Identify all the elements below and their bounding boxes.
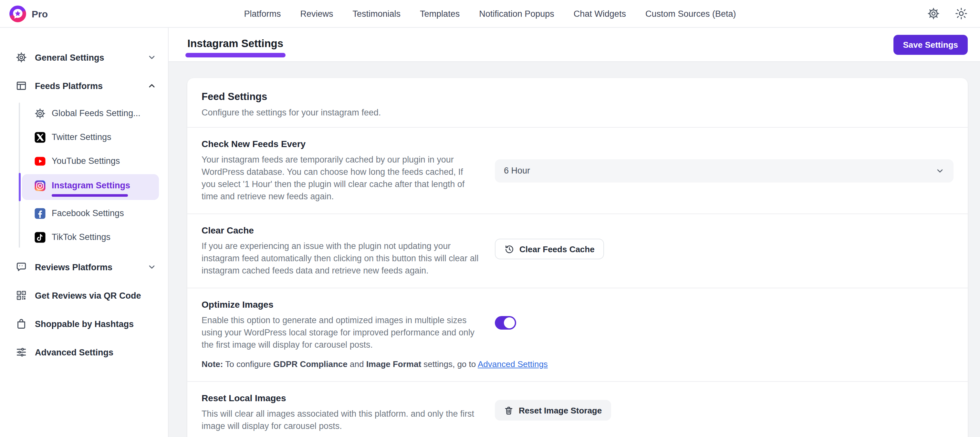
sidebar-item-general-settings[interactable]: General Settings [0, 43, 168, 71]
app-root: Pro Platforms Reviews Testimonials Templ… [0, 0, 980, 437]
chevron-down-icon [147, 263, 156, 272]
sidebar-item-label: Instagram Settings [52, 180, 130, 190]
note-bold-gdpr: GDPR Compliance [273, 359, 348, 369]
reset-image-storage-button[interactable]: Reset Image Storage [495, 400, 611, 421]
settings-sidebar: General Settings Feeds Platforms [0, 28, 169, 437]
card-subtitle: Configure the settings for your instagra… [202, 108, 953, 117]
clock-history-icon [504, 244, 514, 254]
card-title: Feed Settings [202, 91, 953, 103]
top-nav: Platforms Reviews Testimonials Templates… [0, 0, 980, 27]
sidebar-item-label: General Settings [35, 52, 104, 62]
sidebar-item-label: Reviews Platforms [35, 262, 112, 272]
tiktok-icon [34, 231, 46, 243]
feeds-platforms-submenu: Global Feeds Setting... Twitter Settings [0, 100, 168, 253]
setting-row-flex: Optimize Images Enable this option to ge… [202, 299, 953, 351]
setting-row-reset-local-images: Reset Local Images This will clear all i… [187, 382, 968, 437]
instagram-icon [34, 180, 46, 191]
light-mode-sun-icon[interactable] [955, 7, 968, 20]
sidebar-item-youtube-settings[interactable]: YouTube Settings [0, 149, 168, 173]
twitter-x-icon [34, 131, 46, 143]
nav-reviews[interactable]: Reviews [301, 9, 333, 18]
setting-description: If you are experiencing an issue with th… [202, 240, 479, 277]
optimize-images-toggle[interactable] [495, 316, 516, 329]
nav-platforms[interactable]: Platforms [244, 9, 281, 18]
setting-control-block: 6 Hour [495, 159, 953, 182]
setting-description: Enable this option to generate and optim… [202, 314, 479, 351]
active-item-underline [52, 194, 128, 197]
save-settings-button[interactable]: Save Settings [893, 35, 968, 54]
setting-label-block: Clear Cache If you are experiencing an i… [202, 225, 479, 277]
sidebar-item-label: YouTube Settings [52, 156, 120, 166]
top-navigation-bar: Pro Platforms Reviews Testimonials Templ… [0, 0, 980, 28]
sidebar-item-facebook-settings[interactable]: Facebook Settings [0, 201, 168, 225]
setting-control-block: Clear Feeds Cache [495, 225, 953, 259]
shopping-bag-icon [16, 318, 27, 329]
facebook-icon [34, 207, 46, 219]
page-title: Instagram Settings [187, 38, 286, 50]
sidebar-item-label: Global Feeds Setting... [52, 108, 140, 118]
advanced-settings-link[interactable]: Advanced Settings [478, 359, 548, 369]
setting-control-block [495, 299, 953, 329]
nav-notification-popups[interactable]: Notification Popups [479, 9, 554, 18]
nav-custom-sources[interactable]: Custom Sources (Beta) [645, 9, 736, 18]
setting-label-block: Optimize Images Enable this option to ge… [202, 299, 479, 351]
setting-row-check-new-feeds: Check New Feeds Every Your instagram fee… [187, 127, 968, 214]
note-text: To configure [223, 359, 273, 369]
setting-description: This will clear all images associated wi… [202, 408, 479, 432]
nav-testimonials[interactable]: Testimonials [353, 9, 401, 18]
qr-code-icon [16, 290, 27, 301]
toggle-knob [504, 317, 515, 328]
note-label: Note: [202, 359, 223, 369]
setting-control-block: Reset Image Storage [495, 393, 953, 421]
sidebar-item-advanced-settings[interactable]: Advanced Settings [0, 338, 168, 366]
app-logo: Pro [9, 5, 48, 22]
sidebar-item-feeds-platforms[interactable]: Feeds Platforms [0, 71, 168, 100]
sidebar-item-label: Twitter Settings [52, 132, 111, 142]
main-content: Instagram Settings Save Settings Feed Se… [169, 28, 980, 437]
clear-feeds-cache-label: Clear Feeds Cache [519, 244, 595, 254]
sidebar-item-tiktok-settings[interactable]: TikTok Settings [0, 225, 168, 249]
sidebar-item-label: Facebook Settings [52, 208, 124, 218]
note-bold-image-format: Image Format [366, 359, 422, 369]
sidebar-item-label: TikTok Settings [52, 232, 110, 242]
gdpr-note: Note: To configure GDPR Compliance and I… [202, 359, 548, 369]
gear-icon [16, 52, 27, 63]
sidebar-item-label: Shoppable by Hashtags [35, 319, 134, 329]
nav-templates[interactable]: Templates [420, 9, 460, 18]
card-header: Feed Settings Configure the settings for… [187, 78, 968, 127]
setting-title: Clear Cache [202, 225, 479, 236]
sliders-icon [16, 347, 27, 358]
page-header: Instagram Settings Save Settings [169, 28, 980, 62]
topbar-actions [927, 7, 968, 20]
feed-settings-card: Feed Settings Configure the settings for… [187, 78, 968, 437]
sidebar-item-get-reviews-qr[interactable]: Get Reviews via QR Code [0, 281, 168, 310]
sidebar-item-twitter-settings[interactable]: Twitter Settings [0, 125, 168, 149]
settings-gear-icon[interactable] [927, 7, 940, 20]
page-body: Feed Settings Configure the settings for… [169, 62, 980, 437]
reset-image-storage-label: Reset Image Storage [519, 406, 602, 415]
title-underline [185, 53, 286, 57]
chat-quote-icon [16, 261, 27, 273]
setting-title: Optimize Images [202, 299, 479, 310]
app-logo-label: Pro [32, 8, 48, 19]
chevron-down-icon [935, 166, 945, 175]
sidebar-item-instagram-settings[interactable]: Instagram Settings [22, 174, 159, 200]
sidebar-item-label: Feeds Platforms [35, 81, 103, 90]
trash-icon [504, 406, 514, 415]
clear-feeds-cache-button[interactable]: Clear Feeds Cache [495, 239, 605, 259]
sidebar-item-shoppable-hashtags[interactable]: Shoppable by Hashtags [0, 310, 168, 338]
setting-title: Check New Feeds Every [202, 139, 479, 149]
sidebar-item-reviews-platforms[interactable]: Reviews Platforms [0, 253, 168, 281]
page-title-block: Instagram Settings [187, 32, 286, 57]
cache-duration-select[interactable]: 6 Hour [495, 159, 953, 182]
sidebar-item-global-feeds-settings[interactable]: Global Feeds Setting... [0, 101, 168, 125]
cache-duration-selected-value: 6 Hour [504, 166, 530, 176]
setting-row-clear-cache: Clear Cache If you are experiencing an i… [187, 214, 968, 288]
setting-description: Your instagram feeds are temporarily cac… [202, 154, 479, 203]
chevron-down-icon [147, 53, 156, 62]
sidebar-item-label: Advanced Settings [35, 347, 113, 357]
app-shell: General Settings Feeds Platforms [0, 28, 980, 437]
youtube-icon [34, 155, 46, 167]
gear-icon [34, 108, 46, 119]
nav-chat-widgets[interactable]: Chat Widgets [574, 9, 626, 18]
